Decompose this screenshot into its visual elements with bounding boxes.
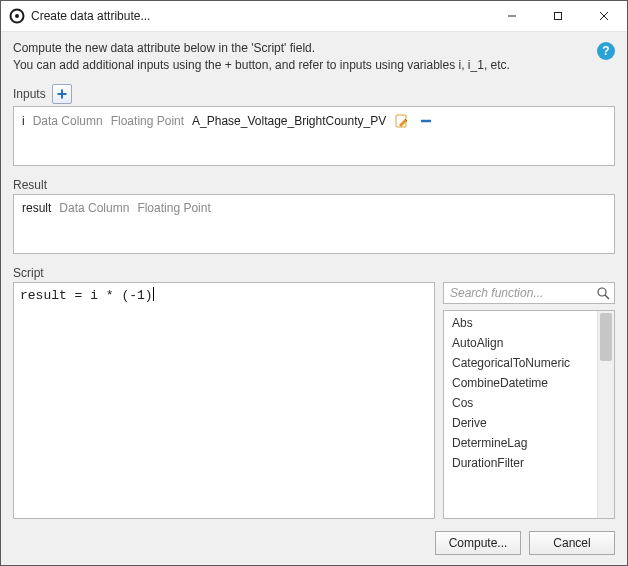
function-list-inner: Abs AutoAlign CategoricalToNumeric Combi… [444, 311, 598, 518]
result-label: Result [13, 178, 47, 192]
function-item[interactable]: CombineDatetime [444, 373, 598, 393]
description-line2: You can add additional inputs using the … [13, 58, 510, 72]
input-row: i Data Column Floating Point A_Phase_Vol… [22, 113, 606, 129]
script-header: Script [13, 266, 615, 280]
scrollbar-thumb[interactable] [600, 313, 612, 361]
result-header: Result [13, 178, 615, 192]
input-name: A_Phase_Voltage_BrightCounty_PV [192, 114, 386, 128]
function-item[interactable]: Cos [444, 393, 598, 413]
input-var: i [22, 114, 25, 128]
inputs-panel: i Data Column Floating Point A_Phase_Vol… [13, 106, 615, 166]
function-item[interactable]: DurationFilter [444, 453, 598, 473]
dialog-footer: Compute... Cancel [1, 523, 627, 565]
function-item[interactable]: AutoAlign [444, 333, 598, 353]
description-row: Compute the new data attribute below in … [13, 40, 615, 74]
search-icon[interactable] [595, 285, 611, 301]
remove-input-button[interactable] [418, 113, 434, 129]
compute-button[interactable]: Compute... [435, 531, 521, 555]
result-row: result Data Column Floating Point [22, 201, 606, 215]
inputs-label: Inputs [13, 87, 46, 101]
result-panel: result Data Column Floating Point [13, 194, 615, 254]
search-input[interactable] [443, 282, 615, 304]
description-line1: Compute the new data attribute below in … [13, 41, 315, 55]
script-editor[interactable]: result = i * (-1) [13, 282, 435, 519]
titlebar: Create data attribute... [1, 1, 627, 32]
edit-input-button[interactable] [394, 113, 410, 129]
caret [153, 287, 154, 301]
svg-line-11 [605, 295, 609, 299]
inputs-header: Inputs [13, 84, 615, 104]
help-icon[interactable]: ? [597, 42, 615, 60]
script-text: result = i * (-1) [20, 288, 153, 303]
function-item[interactable]: Derive [444, 413, 598, 433]
function-item[interactable]: Abs [444, 313, 598, 333]
app-icon [9, 8, 25, 24]
dialog-content: Compute the new data attribute below in … [1, 32, 627, 523]
result-kind: Data Column [59, 201, 129, 215]
window-title: Create data attribute... [31, 9, 489, 23]
input-kind: Data Column [33, 114, 103, 128]
script-label: Script [13, 266, 44, 280]
description-text: Compute the new data attribute below in … [13, 40, 591, 74]
function-panel: Abs AutoAlign CategoricalToNumeric Combi… [443, 282, 615, 519]
function-item[interactable]: CategoricalToNumeric [444, 353, 598, 373]
close-button[interactable] [581, 1, 627, 31]
svg-point-10 [598, 288, 606, 296]
svg-rect-3 [555, 13, 562, 20]
scrollbar[interactable] [597, 311, 614, 518]
maximize-button[interactable] [535, 1, 581, 31]
dialog-window: Create data attribute... Compute the new… [0, 0, 628, 566]
search-wrap [443, 282, 615, 304]
svg-point-1 [15, 14, 19, 18]
cancel-button[interactable]: Cancel [529, 531, 615, 555]
add-input-button[interactable] [52, 84, 72, 104]
minimize-button[interactable] [489, 1, 535, 31]
result-dtype: Floating Point [137, 201, 210, 215]
script-area: result = i * (-1) Abs AutoAlign [13, 282, 615, 519]
function-list: Abs AutoAlign CategoricalToNumeric Combi… [443, 310, 615, 519]
result-var: result [22, 201, 51, 215]
function-item[interactable]: DetermineLag [444, 433, 598, 453]
input-dtype: Floating Point [111, 114, 184, 128]
